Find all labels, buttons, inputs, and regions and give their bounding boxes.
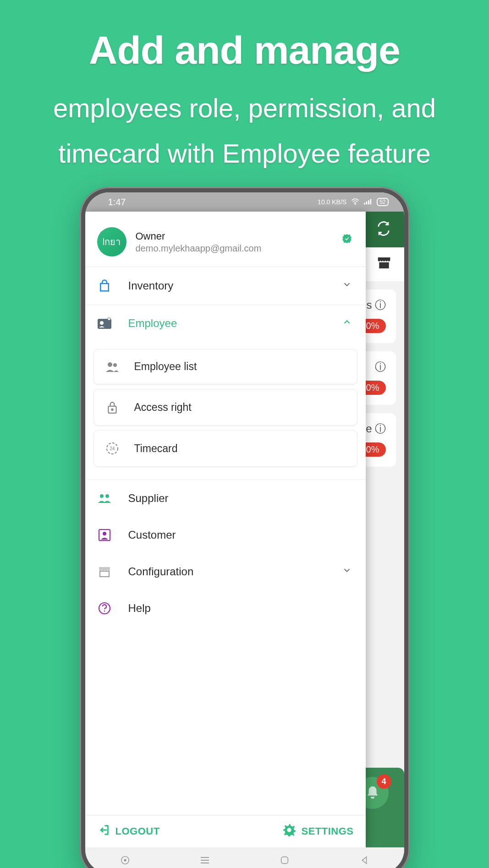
svg-point-15	[100, 494, 104, 498]
status-bar: 1:47 10.0 KB/S 52	[85, 192, 404, 212]
menu-item-configuration[interactable]: Configuration	[85, 553, 366, 590]
svg-rect-8	[108, 318, 110, 320]
svg-point-21	[104, 611, 105, 612]
chevron-down-icon	[342, 279, 352, 292]
settings-button[interactable]: SETTINGS	[283, 824, 353, 839]
svg-point-16	[105, 494, 109, 498]
settings-label: SETTINGS	[301, 825, 353, 837]
android-navbar	[85, 847, 404, 868]
menu-item-customer[interactable]: Customer	[85, 517, 366, 553]
battery-level: 52	[377, 198, 388, 206]
svg-rect-5	[379, 262, 389, 268]
svg-rect-4	[370, 199, 372, 204]
verified-icon	[342, 234, 352, 244]
hero-subtitle: employees role, permission, and timecard…	[0, 86, 489, 176]
svg-rect-1	[364, 202, 365, 204]
svg-point-18	[103, 532, 106, 535]
svg-rect-3	[368, 200, 369, 204]
profile-email: demo.mylekhaapp@gmail.com	[136, 243, 262, 254]
menu-item-supplier[interactable]: Supplier	[85, 480, 366, 517]
group-icon	[96, 493, 113, 503]
svg-text:24: 24	[110, 446, 115, 451]
svg-point-22	[287, 828, 291, 832]
submenu-label: Timecard	[134, 442, 178, 455]
nav-home-icon[interactable]	[277, 852, 292, 868]
signal-icon	[364, 198, 372, 206]
nav-back-icon[interactable]	[357, 852, 372, 868]
svg-point-10	[113, 363, 117, 367]
logout-label: LOGOUT	[115, 825, 160, 837]
wifi-icon	[351, 198, 359, 206]
submenu-label: Employee list	[134, 360, 197, 373]
submenu-access-right[interactable]: Access right	[93, 389, 357, 426]
menu-item-inventory[interactable]: Inventory	[85, 267, 366, 305]
menu-label: Customer	[128, 529, 176, 541]
drawer-footer: LOGOUT SETTINGS	[85, 815, 366, 847]
bag-icon	[96, 279, 113, 293]
hero-title: Add and manage	[0, 27, 489, 73]
nav-drawer: lกยา Owner demo.mylekhaapp@gmail.com	[85, 212, 366, 847]
menu-label: Configuration	[128, 565, 194, 578]
sync-icon[interactable]	[376, 221, 391, 238]
svg-point-0	[355, 204, 356, 205]
svg-rect-28	[281, 857, 288, 864]
svg-point-12	[111, 409, 113, 410]
menu: Inventory Employee	[85, 267, 366, 815]
logout-icon	[97, 824, 110, 839]
person-box-icon	[96, 529, 113, 541]
info-icon: ⓘ	[375, 298, 386, 312]
store-icon[interactable]	[377, 256, 391, 273]
info-icon: ⓘ	[375, 421, 386, 436]
svg-rect-19	[100, 571, 109, 577]
hero: Add and manage employees role, permissio…	[0, 0, 489, 176]
profile-role: Owner	[136, 230, 262, 242]
svg-point-9	[108, 362, 112, 367]
gear-icon	[283, 824, 296, 839]
svg-rect-2	[366, 202, 368, 204]
menu-label: Inventory	[128, 279, 174, 292]
help-icon	[96, 602, 113, 615]
svg-point-24	[124, 859, 126, 861]
menu-label: Employee	[128, 317, 177, 330]
clock-24-icon: 24	[104, 442, 121, 455]
chevron-down-icon	[342, 565, 352, 578]
employee-submenu: Employee list Access right 24	[85, 342, 366, 480]
submenu-timecard[interactable]: 24 Timecard	[93, 430, 357, 467]
status-netspeed: 10.0 KB/S	[318, 198, 346, 206]
logout-button[interactable]: LOGOUT	[97, 824, 160, 839]
phone-screen: 1:47 10.0 KB/S 52	[85, 192, 404, 868]
storefront-icon	[96, 566, 113, 578]
status-time: 1:47	[108, 197, 126, 207]
submenu-employee-list[interactable]: Employee list	[93, 349, 357, 384]
chevron-up-icon	[342, 317, 352, 330]
profile-header[interactable]: lกยา Owner demo.mylekhaapp@gmail.com	[85, 212, 366, 267]
notification-count: 4	[377, 774, 391, 789]
menu-label: Supplier	[128, 492, 169, 505]
svg-point-7	[100, 321, 104, 325]
avatar: lกยา	[97, 227, 126, 257]
menu-label: Help	[128, 602, 151, 615]
people-icon	[104, 361, 121, 372]
nav-assist-icon[interactable]	[117, 852, 133, 868]
submenu-label: Access right	[134, 401, 192, 414]
lock-icon	[104, 400, 121, 414]
info-icon: ⓘ	[375, 360, 386, 374]
id-card-icon	[96, 317, 113, 329]
nav-recent-icon[interactable]	[197, 852, 213, 868]
phone-frame: 1:47 10.0 KB/S 52	[80, 187, 410, 868]
status-right: 10.0 KB/S 52	[318, 198, 388, 206]
menu-item-employee[interactable]: Employee	[85, 305, 366, 342]
menu-item-help[interactable]: Help	[85, 590, 366, 627]
